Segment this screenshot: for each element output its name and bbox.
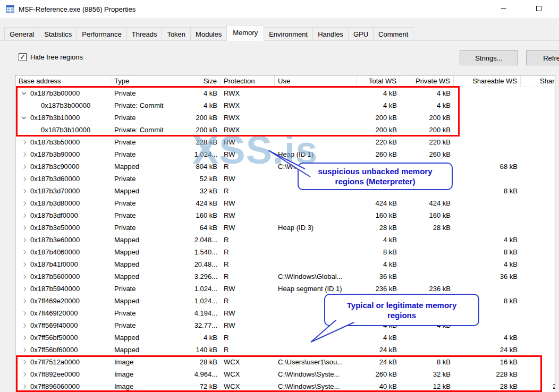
- expand-chevron-icon[interactable]: [22, 274, 26, 278]
- expand-chevron-icon[interactable]: [22, 360, 26, 364]
- tab-memory[interactable]: Memory: [226, 25, 264, 41]
- memory-row[interactable]: 0x187b5940000Private1.024...RWHeap segme…: [15, 283, 555, 295]
- cell-share: [521, 160, 555, 173]
- tab-handles[interactable]: Handles: [312, 27, 349, 41]
- tab-threads[interactable]: Threads: [126, 27, 163, 41]
- column-header-share[interactable]: Share...: [521, 75, 555, 87]
- memory-row[interactable]: 0x7ff896060000Image72 kBWCXC:\Windows\Sy…: [15, 380, 555, 392]
- expand-chevron-icon[interactable]: [22, 384, 26, 388]
- memory-row[interactable]: 0x187b3b00000Private: Commit4 kBRWX4 kB4…: [15, 99, 555, 112]
- cell-shareable_ws: [454, 319, 521, 331]
- expand-chevron-icon[interactable]: [22, 176, 26, 181]
- hide-free-regions-checkbox[interactable]: ✓ Hide free regions: [19, 53, 83, 61]
- tab-modules[interactable]: Modules: [190, 27, 227, 41]
- tab-token[interactable]: Token: [162, 27, 191, 41]
- cell-share: [521, 368, 555, 380]
- expand-chevron-icon[interactable]: [22, 152, 26, 156]
- memory-row[interactable]: 0x187b3b50000Private228 kBRW220 kB220 kB: [15, 136, 555, 148]
- cell-use: C:\Windows\Syste...: [275, 380, 357, 392]
- cell-size: 200 kB: [183, 124, 221, 136]
- column-header-use[interactable]: Use: [275, 75, 357, 87]
- strings-button[interactable]: Strings...: [460, 50, 518, 65]
- column-header-shareable-ws[interactable]: Shareable WS: [454, 75, 521, 87]
- maximize-button[interactable]: [527, 1, 551, 16]
- memory-row[interactable]: 0x187b4060000Mapped1.540...R8 kB8 kB: [15, 246, 555, 258]
- memory-row[interactable]: 0x7ff469e20000Mapped1.024...R8 kB: [15, 295, 555, 307]
- column-header-protection[interactable]: Protection: [221, 75, 275, 87]
- memory-row[interactable]: 0x187b5600000Mapped3.296...RC:\Windows\G…: [15, 270, 555, 283]
- memory-row[interactable]: 0x187b3d60000Private52 kBRW: [15, 173, 555, 185]
- memory-row[interactable]: 0x7ff56bf60000Mapped140 kBR24 kB24 kB: [15, 344, 555, 356]
- memory-row[interactable]: 0x187b3b10000Private: Commit200 kBRWX200…: [15, 124, 555, 136]
- cell-use: [275, 295, 357, 307]
- cell-shareable_ws: 228 kB: [454, 368, 521, 380]
- cell-total_ws: 200 kB: [357, 124, 400, 136]
- cell-private_ws: [400, 258, 454, 270]
- cell-base: 0x187b41f0000: [15, 258, 111, 270]
- expand-chevron-icon[interactable]: [22, 189, 26, 193]
- cell-shareable_ws: [454, 136, 521, 148]
- tab-comment[interactable]: Comment: [373, 27, 413, 41]
- expand-chevron-icon[interactable]: [22, 213, 26, 217]
- memory-row[interactable]: 0x187b3b00000Private4 kBRWX4 kB4 kB: [15, 87, 555, 99]
- cell-type: Private: Commit: [111, 99, 183, 112]
- tab-statistics[interactable]: Statistics: [39, 27, 77, 41]
- tab-general[interactable]: General: [4, 27, 39, 41]
- cell-share: [521, 185, 555, 197]
- expand-chevron-icon[interactable]: [22, 299, 26, 303]
- cell-protection: RW: [221, 148, 275, 160]
- column-header-base-address[interactable]: Base address: [15, 75, 111, 87]
- base-address-text: 0x187b3c90000: [30, 160, 80, 173]
- cell-shareable_ws: [454, 283, 521, 295]
- memory-row[interactable]: 0x7ff7512a0000Image28 kBWCXC:\Users\user…: [15, 356, 555, 368]
- column-header-private-ws[interactable]: Private WS: [400, 75, 454, 87]
- expand-chevron-icon[interactable]: [22, 164, 26, 168]
- expand-chevron-icon[interactable]: [22, 372, 26, 376]
- memory-row[interactable]: 0x187b3d80000Private424 kBRW424 kB424 kB: [15, 197, 555, 209]
- expand-chevron-icon[interactable]: [22, 140, 26, 144]
- memory-row[interactable]: 0x7ff569f40000Private32.77...RW4 kB4 kB: [15, 319, 555, 331]
- base-address-text: 0x187b3b50000: [30, 136, 80, 148]
- memory-row[interactable]: 0x187b3b90000Private1.024...RWHeap (ID 1…: [15, 148, 555, 160]
- expand-chevron-icon[interactable]: [22, 311, 26, 315]
- memory-row[interactable]: 0x7ff56bf50000Mapped4 kBR4 kB4 kB: [15, 331, 555, 344]
- tab-performance[interactable]: Performance: [77, 27, 126, 41]
- column-header-total-ws[interactable]: Total WS: [357, 75, 400, 87]
- expand-chevron-icon[interactable]: [22, 237, 26, 242]
- expand-chevron-icon[interactable]: [22, 335, 26, 339]
- cell-type: Mapped: [111, 185, 183, 197]
- column-header-type[interactable]: Type: [111, 75, 183, 87]
- collapse-chevron-icon[interactable]: [22, 90, 26, 95]
- memory-row[interactable]: 0x187b3df0000Private160 kBRW160 kB160 kB: [15, 209, 555, 221]
- expand-chevron-icon[interactable]: [22, 250, 26, 254]
- cell-base: 0x187b3d80000: [15, 197, 111, 209]
- base-address-text: 0x187b3e60000: [30, 234, 80, 246]
- base-address-text: 0x187b3b10000: [41, 124, 90, 136]
- column-header-size[interactable]: Size: [183, 75, 221, 87]
- memory-row[interactable]: 0x187b41f0000Mapped20.48...R4 kB4 kB: [15, 258, 555, 270]
- memory-row[interactable]: 0x187b3c90000Mapped804 kBRC:\Win...68 kB: [15, 160, 555, 173]
- expand-chevron-icon[interactable]: [22, 286, 26, 291]
- refresh-button[interactable]: Refresh: [526, 50, 559, 65]
- memory-row[interactable]: 0x187b3e60000Mapped2.048...R4 kB4 kB: [15, 234, 555, 246]
- cell-share: [521, 344, 555, 356]
- cell-total_ws: 4 kB: [357, 319, 400, 331]
- memory-row[interactable]: 0x187b3e50000Private64 kBRWHeap (ID 3)28…: [15, 221, 555, 234]
- memory-row[interactable]: 0x7ff892ee0000Image4.964...WCXC:\Windows…: [15, 368, 555, 380]
- cell-base: 0x187b3e50000: [15, 221, 111, 234]
- memory-row[interactable]: 0x187b3b10000Private200 kBRWX200 kB200 k…: [15, 112, 555, 124]
- memory-row[interactable]: 0x7ff469f20000Private4.194...RW: [15, 307, 555, 319]
- cell-total_ws: 200 kB: [357, 112, 400, 124]
- expand-chevron-icon[interactable]: [22, 347, 26, 352]
- collapse-chevron-icon[interactable]: [22, 115, 26, 119]
- expand-chevron-icon[interactable]: [22, 262, 26, 266]
- minimize-button[interactable]: [492, 1, 516, 16]
- cell-total_ws: 260 kB: [357, 148, 400, 160]
- tab-environment[interactable]: Environment: [264, 27, 313, 41]
- expand-chevron-icon[interactable]: [22, 323, 26, 327]
- expand-chevron-icon[interactable]: [22, 201, 26, 205]
- memory-row[interactable]: 0x187b3d70000Mapped32 kBR8 kB: [15, 185, 555, 197]
- expand-chevron-icon[interactable]: [22, 225, 26, 229]
- cell-protection: WCX: [221, 380, 275, 392]
- tab-gpu[interactable]: GPU: [348, 27, 374, 41]
